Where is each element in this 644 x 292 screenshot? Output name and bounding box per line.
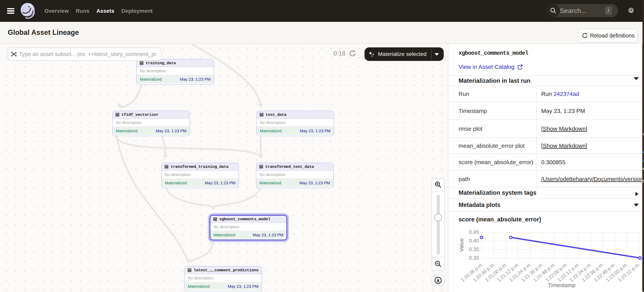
svg-text:0.35: 0.35	[469, 246, 479, 252]
svg-text:Value: Value	[458, 238, 464, 252]
svg-text:0.45: 0.45	[469, 229, 479, 235]
svg-text:0.40: 0.40	[469, 238, 479, 244]
svg-text:0.30: 0.30	[469, 255, 479, 261]
svg-text:Timestamp: Timestamp	[548, 282, 576, 288]
